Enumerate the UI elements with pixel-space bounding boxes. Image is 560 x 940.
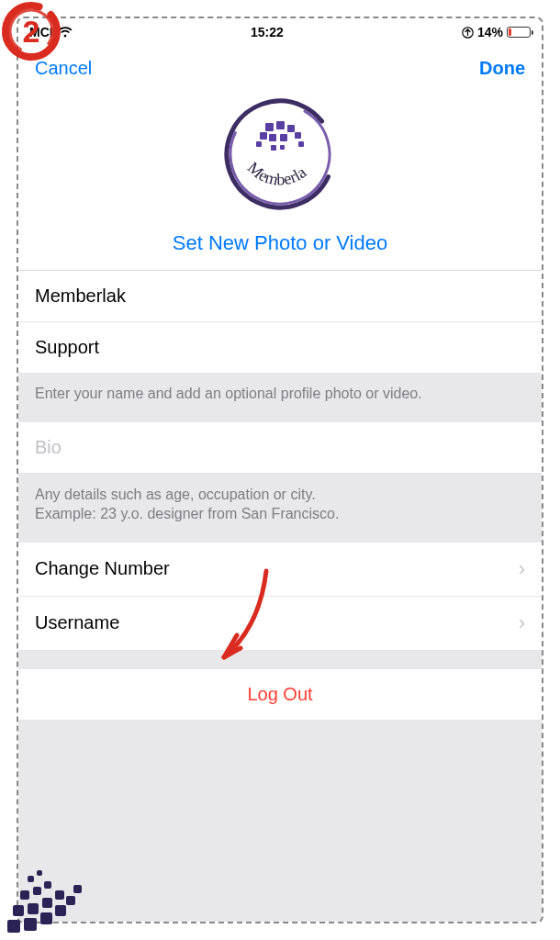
svg-point-4 — [216, 90, 344, 218]
svg-rect-26 — [55, 890, 64, 900]
svg-rect-27 — [20, 890, 29, 900]
svg-rect-6 — [276, 121, 285, 129]
name-hint: Enter your name and add an optional prof… — [18, 373, 542, 422]
step-number-badge: 2 — [0, 0, 62, 62]
change-number-row[interactable]: Change Number › — [18, 543, 542, 597]
avatar[interactable]: Memberlak — [216, 90, 344, 218]
battery-icon — [507, 27, 531, 38]
last-name-row[interactable] — [18, 322, 542, 373]
svg-rect-23 — [13, 905, 24, 916]
status-bar: MCI 15:22 14% — [18, 18, 542, 46]
upload-icon — [462, 27, 474, 39]
svg-rect-10 — [260, 132, 267, 140]
svg-rect-7 — [287, 125, 295, 132]
svg-rect-13 — [280, 134, 287, 141]
svg-rect-9 — [298, 141, 304, 147]
svg-rect-14 — [271, 145, 276, 151]
svg-rect-12 — [269, 134, 276, 141]
change-number-label: Change Number — [35, 558, 170, 579]
last-name-input[interactable] — [35, 337, 525, 358]
svg-point-3 — [216, 90, 344, 218]
done-button[interactable]: Done — [479, 58, 525, 79]
avatar-section: Memberlak Set New Photo or Video — [18, 90, 542, 271]
svg-rect-25 — [42, 898, 52, 908]
svg-rect-24 — [28, 903, 39, 914]
svg-rect-31 — [37, 870, 42, 876]
svg-rect-28 — [33, 887, 41, 895]
phone-screen: MCI 15:22 14% Cancel Done — [18, 18, 542, 922]
first-name-input[interactable] — [35, 285, 525, 307]
name-group — [18, 271, 542, 373]
nav-header: Cancel Done — [18, 46, 542, 90]
svg-rect-5 — [265, 123, 274, 131]
bio-row[interactable] — [18, 422, 542, 474]
clock-label: 15:22 — [251, 25, 284, 39]
svg-rect-18 — [24, 918, 37, 931]
bio-hint: Any details such as age, occupation or c… — [18, 474, 542, 543]
chevron-right-icon: › — [519, 611, 525, 635]
chevron-right-icon: › — [519, 557, 525, 581]
logout-button[interactable]: Log Out — [18, 668, 542, 721]
svg-rect-19 — [40, 912, 52, 924]
step-number-text: 2 — [23, 14, 40, 49]
svg-rect-29 — [44, 881, 51, 889]
bio-input[interactable] — [35, 437, 525, 458]
first-name-row[interactable] — [18, 271, 542, 322]
memberlak-corner-logo-icon — [0, 830, 110, 940]
svg-rect-20 — [55, 905, 66, 916]
set-new-photo-button[interactable]: Set New Photo or Video — [173, 231, 387, 255]
svg-rect-11 — [256, 141, 262, 147]
username-label: Username — [35, 612, 119, 633]
svg-rect-30 — [28, 876, 34, 882]
svg-rect-21 — [66, 896, 75, 905]
username-row[interactable]: Username › — [18, 597, 542, 650]
svg-rect-15 — [280, 145, 285, 150]
svg-rect-8 — [295, 132, 301, 139]
svg-rect-22 — [73, 885, 82, 893]
battery-percent-label: 14% — [477, 25, 503, 39]
svg-rect-17 — [7, 920, 20, 933]
